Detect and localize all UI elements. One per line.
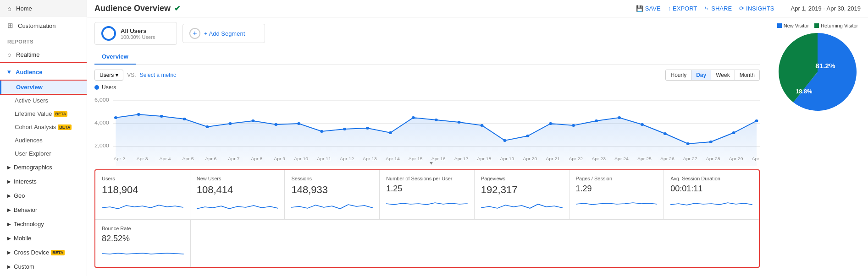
share-button[interactable]: ⤷ SHARE — [704, 5, 732, 12]
sidebar-item-user-explorer[interactable]: User Explorer — [0, 147, 87, 160]
sidebar-item-mobile[interactable]: ▶ Mobile — [0, 231, 87, 245]
sidebar-item-realtime[interactable]: ○ Realtime — [0, 46, 87, 63]
svg-text:Apr 7: Apr 7 — [228, 157, 239, 161]
beta-badge: BETA — [54, 111, 67, 117]
svg-text:Apr 11: Apr 11 — [317, 157, 331, 161]
content-area: All Users 100.00% Users + + Add Segment … — [87, 17, 868, 276]
sparkline-avg-session — [670, 196, 752, 210]
legend-new-visitor: New Visitor — [777, 23, 809, 28]
sidebar-user-explorer-label: User Explorer — [15, 150, 51, 157]
main-area: Audience Overview ✔ 💾 SAVE ↑ EXPORT ⤷ SH… — [87, 0, 868, 276]
hourly-button[interactable]: Hourly — [666, 70, 691, 80]
sidebar-item-overview[interactable]: Overview — [0, 81, 87, 94]
svg-text:Apr 19: Apr 19 — [500, 157, 514, 161]
sidebar-item-active-users[interactable]: Active Users — [0, 94, 87, 107]
add-segment-button[interactable]: + + Add Segment — [182, 24, 265, 43]
svg-text:Apr 29: Apr 29 — [729, 157, 743, 161]
svg-text:Apr 17: Apr 17 — [454, 157, 469, 161]
svg-point-9 — [160, 115, 163, 118]
segment-name: All Users — [121, 27, 155, 34]
sidebar-item-interests[interactable]: ▶ Interests — [0, 174, 87, 189]
page-title-text: Audience Overview — [94, 4, 171, 13]
svg-text:Apr 30: Apr 30 — [752, 157, 760, 161]
sidebar-behavior-label: Behavior — [14, 206, 37, 213]
stat-pages-per-session: Pages / Session 1.29 — [569, 170, 664, 220]
svg-text:Apr 22: Apr 22 — [569, 157, 583, 161]
share-icon: ⤷ — [704, 5, 709, 12]
topbar-actions: 💾 SAVE ↑ EXPORT ⤷ SHARE ⟳ INSIGHTS Apr 1… — [636, 5, 861, 12]
svg-point-26 — [549, 122, 552, 125]
svg-point-32 — [686, 142, 690, 145]
segment-info: All Users 100.00% Users — [121, 27, 155, 40]
chart-legend: Users — [94, 84, 760, 91]
export-icon: ↑ — [668, 5, 671, 12]
svg-point-8 — [137, 113, 140, 116]
stats-row-2: Bounce Rate 82.52% — [95, 220, 759, 267]
arrow-icon-custom: ▶ — [7, 264, 11, 269]
sparkline-sessions — [291, 199, 373, 212]
svg-text:Apr 4: Apr 4 — [160, 157, 171, 161]
sidebar-item-demographics[interactable]: ▶ Demographics — [0, 160, 87, 174]
date-range: Apr 1, 2019 - Apr 30, 2019 — [791, 5, 861, 12]
sidebar-item-cross-device[interactable]: ▶ Cross Device BETA — [0, 245, 87, 260]
arrow-icon-cross-device: ▶ — [7, 250, 11, 255]
svg-text:Apr 9: Apr 9 — [274, 157, 285, 161]
page-title: Audience Overview ✔ — [94, 4, 180, 13]
sidebar-item-benchmarking[interactable]: ▶ Benchmarking — [0, 274, 87, 276]
sidebar-item-technology[interactable]: ▶ Technology — [0, 217, 87, 231]
select-metric-link[interactable]: Select a metric — [140, 72, 176, 78]
sidebar-active-users-label: Active Users — [15, 97, 48, 104]
tab-overview[interactable]: Overview — [94, 49, 136, 65]
pie-legend: New Visitor Returning Visitor — [777, 23, 858, 28]
sidebar-item-home[interactable]: ⌂ Home — [0, 0, 87, 17]
sidebar-item-customization[interactable]: ⊞ Customization — [0, 17, 87, 34]
sidebar-item-custom[interactable]: ▶ Custom — [0, 260, 87, 274]
sparkline-users — [102, 199, 183, 212]
svg-text:Apr 18: Apr 18 — [477, 157, 492, 161]
all-users-segment[interactable]: All Users 100.00% Users — [94, 22, 177, 45]
metric-dropdown[interactable]: Users ▾ — [94, 70, 123, 81]
export-button[interactable]: ↑ EXPORT — [668, 5, 697, 12]
svg-text:Apr 20: Apr 20 — [523, 157, 537, 161]
sidebar-item-cohort-analysis[interactable]: Cohort Analysis BETA — [0, 120, 87, 134]
week-button[interactable]: Week — [711, 70, 735, 80]
returning-visitor-color — [814, 23, 819, 28]
dropdown-arrow: ▾ — [116, 72, 118, 78]
sparkline-bounce-rate — [102, 246, 184, 260]
svg-point-34 — [732, 131, 735, 134]
arrow-icon-interests: ▶ — [7, 179, 11, 184]
sidebar-realtime-label: Realtime — [16, 51, 39, 58]
stat-sessions-per-user: Number of Sessions per User 1.25 — [380, 170, 475, 220]
main-panel: All Users 100.00% Users + + Add Segment … — [87, 17, 767, 276]
svg-point-35 — [755, 119, 758, 122]
svg-text:Apr 26: Apr 26 — [660, 157, 674, 161]
segment-circle — [101, 26, 116, 41]
insights-button[interactable]: ⟳ INSIGHTS — [739, 5, 774, 12]
beta-badge-cross: BETA — [51, 250, 65, 255]
sidebar-item-audience[interactable]: ▾ Audience — [0, 63, 87, 81]
day-button[interactable]: Day — [691, 70, 711, 80]
sidebar-item-audiences[interactable]: Audiences — [0, 134, 87, 147]
segment-pct: 100.00% Users — [121, 34, 155, 40]
arrow-icon: ▶ — [7, 165, 11, 170]
svg-point-11 — [206, 125, 209, 128]
stat-sessions: Sessions 148,933 — [285, 170, 380, 220]
legend-returning-visitor: Returning Visitor — [814, 23, 858, 28]
svg-text:Apr 12: Apr 12 — [340, 157, 354, 161]
sidebar-item-behavior[interactable]: ▶ Behavior — [0, 203, 87, 217]
svg-text:Apr 23: Apr 23 — [592, 157, 606, 161]
right-panel: New Visitor Returning Visitor 81.2% 18.8… — [767, 17, 868, 276]
metric-selector: Users ▾ VS. Select a metric — [94, 70, 176, 81]
returning-visitor-label: Returning Visitor — [821, 23, 858, 28]
svg-point-21 — [435, 119, 438, 121]
svg-text:Apr 21: Apr 21 — [546, 157, 560, 161]
time-range-buttons: Hourly Day Week Month — [665, 70, 760, 81]
svg-point-28 — [595, 119, 598, 122]
save-button[interactable]: 💾 SAVE — [636, 5, 661, 12]
sidebar-item-geo[interactable]: ▶ Geo — [0, 189, 87, 203]
new-visitor-color — [777, 23, 782, 28]
sidebar-item-lifetime-value[interactable]: Lifetime Value BETA — [0, 107, 87, 120]
sidebar-audience-label: Audience — [16, 69, 43, 76]
month-button[interactable]: Month — [735, 70, 759, 80]
sidebar-cross-device-label: Cross Device — [14, 249, 49, 256]
